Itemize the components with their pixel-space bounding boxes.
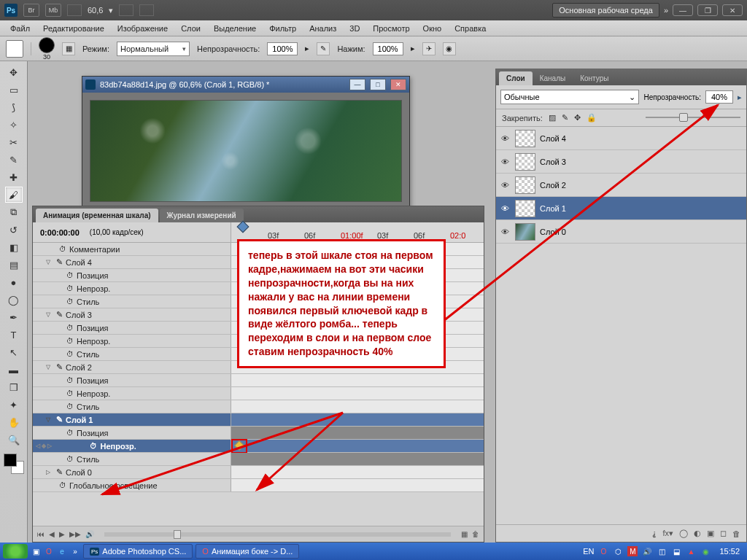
lock-all-icon[interactable]: 🔒 [587, 113, 597, 122]
visibility-eye-icon[interactable]: 👁 [499, 228, 511, 236]
tablet-size-icon[interactable]: ◉ [443, 42, 456, 55]
layer-thumbnail[interactable] [515, 223, 535, 241]
timeline-row[interactable]: ⏱Позиция [33, 374, 484, 387]
twirl-icon[interactable]: ▽ [46, 259, 53, 265]
path-tool[interactable]: ↖ [5, 344, 23, 360]
current-time[interactable]: 0:00:00:00 [40, 228, 80, 237]
menu-3d[interactable]: 3D [344, 22, 365, 35]
blend-mode-select[interactable]: Нормальный [117, 42, 190, 56]
rewind-button[interactable]: ⏮ [37, 530, 44, 538]
heal-tool[interactable]: ✚ [5, 169, 23, 185]
close-button[interactable]: ✕ [722, 4, 743, 16]
flow-input[interactable] [373, 42, 403, 55]
stopwatch-icon[interactable]: ⏱ [66, 337, 74, 345]
timeline-row[interactable]: ⏱Стиль [33, 400, 484, 413]
menu-analysis[interactable]: Анализ [303, 22, 342, 35]
bridge-icon[interactable]: Br [23, 4, 39, 17]
airbrush-icon[interactable]: ✈ [422, 42, 436, 55]
tray-icon[interactable]: ◫ [657, 546, 667, 556]
menu-window[interactable]: Окно [417, 22, 448, 35]
eyedropper-tool[interactable]: ✎ [5, 152, 23, 168]
menu-file[interactable]: Файл [4, 22, 36, 35]
timeline-row[interactable]: ▷✎Слой 0 [33, 466, 484, 479]
quick-launch-icon[interactable]: e [57, 546, 67, 556]
stopwatch-icon[interactable]: ⏱ [59, 481, 66, 489]
delete-layer-icon[interactable]: 🗑 [732, 529, 740, 538]
tray-icon[interactable]: ⬡ [613, 546, 623, 556]
fg-color[interactable] [4, 454, 17, 467]
layer-thumbnail[interactable] [515, 176, 535, 194]
tab-paths[interactable]: Контуры [573, 71, 616, 85]
pen-tool[interactable]: ✒ [5, 309, 23, 325]
tray-icon[interactable]: ◉ [700, 546, 711, 556]
layer-name[interactable]: Слой 2 [540, 181, 566, 190]
delete-button[interactable]: 🗑 [472, 530, 479, 538]
doc-close-button[interactable]: ✕ [390, 79, 406, 90]
layer-row[interactable]: 👁Слой 4 [496, 127, 746, 150]
new-layer-icon[interactable]: ◻ [720, 529, 727, 538]
3d-tool[interactable]: ❒ [5, 379, 23, 395]
color-swatches[interactable] [4, 454, 24, 474]
menu-help[interactable]: Справка [449, 22, 492, 35]
stopwatch-icon[interactable]: ⏱ [66, 350, 74, 358]
zoom-level[interactable]: 60,6 [88, 6, 103, 15]
shape-tool[interactable]: ▬ [5, 362, 23, 378]
timeline-row[interactable]: ◁ ◆ ▷⏱Непрозр. [33, 440, 484, 453]
tablet-opacity-icon[interactable]: ✎ [317, 42, 330, 55]
tray-antivirus-icon[interactable]: ▲ [686, 546, 696, 556]
adjustment-layer-icon[interactable]: ◐ [694, 529, 701, 538]
quick-launch-icon[interactable]: O [44, 546, 54, 556]
twirl-icon[interactable]: ▷ [46, 469, 53, 475]
quick-launch-icon[interactable]: » [70, 546, 80, 556]
workspace-switcher[interactable]: Основная рабочая среда [552, 3, 659, 18]
brush-tool[interactable]: 🖌 [5, 187, 23, 203]
layer-name[interactable]: Слой 3 [540, 158, 566, 166]
tab-measurement-log[interactable]: Журнал измерений [160, 209, 244, 222]
timeline-row[interactable]: ⏱Непрозр. [33, 387, 484, 400]
link-layers-icon[interactable]: ⸘ [652, 529, 657, 538]
zoom-tool[interactable]: 🔍 [5, 432, 23, 448]
visibility-eye-icon[interactable]: 👁 [499, 181, 511, 190]
opacity-flyout-icon[interactable]: ▸ [738, 93, 742, 102]
view-extras-icon[interactable] [67, 4, 82, 16]
type-tool[interactable]: T [5, 327, 23, 343]
opacity-input[interactable] [267, 42, 298, 55]
tray-icon[interactable]: O [598, 546, 608, 556]
layer-row[interactable]: 👁Слой 2 [496, 174, 746, 197]
arrange-icon[interactable] [119, 4, 133, 16]
layer-row[interactable]: 👁Слой 0 [496, 220, 746, 244]
next-frame-button[interactable]: ▶▶ [69, 530, 81, 538]
history-brush-tool[interactable]: ↺ [5, 222, 23, 238]
timeline-row[interactable]: ⏱Глобальное освещение [33, 479, 484, 492]
layer-name[interactable]: Слой 4 [540, 134, 566, 143]
stopwatch-icon[interactable]: ⏱ [66, 284, 74, 292]
convert-frames-button[interactable]: ▦ [461, 530, 468, 538]
stopwatch-icon[interactable]: ⏱ [66, 455, 74, 463]
stopwatch-icon[interactable]: ⏱ [90, 442, 97, 450]
fill-slider[interactable] [646, 112, 740, 122]
zoom-dropdown-icon[interactable]: ▾ [109, 6, 113, 15]
stopwatch-icon[interactable]: ⏱ [66, 402, 74, 411]
timeline-row[interactable]: ▽✎Слой 1 [33, 413, 484, 427]
menu-view[interactable]: Просмотр [367, 22, 415, 35]
lasso-tool[interactable]: ⟆ [5, 99, 23, 115]
3d-camera-tool[interactable]: ✦ [5, 397, 23, 413]
visibility-eye-icon[interactable]: 👁 [499, 134, 511, 143]
layer-mask-icon[interactable]: ◯ [679, 529, 688, 538]
minimize-button[interactable]: — [673, 4, 693, 16]
dodge-tool[interactable]: ◯ [5, 292, 23, 308]
stamp-tool[interactable]: ⧉ [5, 204, 23, 220]
tab-layers[interactable]: Слои [499, 71, 533, 85]
layer-name[interactable]: Слой 1 [540, 204, 566, 213]
frame-rate[interactable]: (10,00 кадр/сек) [90, 228, 144, 236]
blend-mode-dropdown[interactable]: Обычные⌄ [500, 90, 639, 104]
tab-channels[interactable]: Каналы [533, 71, 573, 85]
marquee-tool[interactable]: ▭ [5, 82, 23, 98]
document-titlebar[interactable]: 83db74a88d14.jpg @ 60,6% (Слой 1, RGB/8)… [82, 77, 409, 93]
twirl-icon[interactable]: ▽ [46, 416, 53, 423]
crop-tool[interactable]: ✂ [5, 134, 23, 150]
lock-transparent-icon[interactable]: ▨ [549, 113, 556, 122]
blur-tool[interactable]: ● [5, 274, 23, 290]
lock-pixels-icon[interactable]: ✎ [562, 113, 568, 122]
quick-launch-icon[interactable]: ▣ [31, 546, 41, 556]
